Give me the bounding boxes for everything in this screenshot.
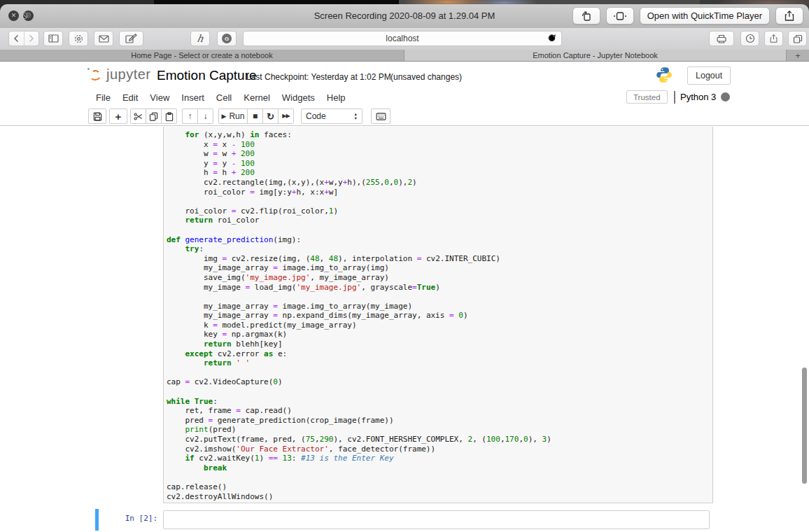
- cell-type-value: Code: [306, 111, 326, 121]
- print-button[interactable]: [709, 31, 734, 46]
- code-line: img = cv2.resize(img, (48, 48), interpol…: [167, 254, 712, 264]
- titlebar-share-button[interactable]: [775, 7, 803, 24]
- scrollbar-thumb[interactable]: [802, 368, 807, 484]
- code-editor[interactable]: for (x,y,w,h) in faces: x = x - 100 w = …: [164, 127, 712, 503]
- tab-bar: Home Page - Select or create a notebook …: [0, 50, 809, 62]
- code-line: while True:: [167, 397, 712, 407]
- mail-button[interactable]: [94, 31, 113, 46]
- titlebar-actions: Open with QuickTime Player: [572, 7, 803, 24]
- code-line: roi_color = cv2.flip(roi_color,1): [167, 206, 712, 216]
- code-line: [167, 197, 712, 206]
- code-line: my_image_array = np.expand_dims(my_image…: [167, 311, 712, 321]
- command-palette-button[interactable]: [371, 108, 391, 124]
- menu-file[interactable]: File: [96, 92, 111, 103]
- paste-button[interactable]: [161, 108, 177, 124]
- new-tab-button[interactable]: +: [787, 50, 809, 61]
- code-line: roi_color = img[y:y+h, x:x+w]: [167, 188, 712, 197]
- open-with-quicktime-button[interactable]: Open with QuickTime Player: [640, 7, 770, 24]
- extensions-button[interactable]: [69, 31, 88, 46]
- back-button[interactable]: [9, 31, 24, 46]
- stop-button[interactable]: ■: [247, 108, 263, 124]
- copy-icon: [149, 112, 158, 121]
- menu-widgets[interactable]: Widgets: [282, 92, 315, 103]
- forward-icon: [29, 34, 34, 43]
- sidebar-button[interactable]: [43, 31, 63, 46]
- jupyter-logo[interactable]: jupyter: [88, 67, 151, 81]
- notebook-title[interactable]: Emotion Capture: [157, 68, 257, 83]
- code-line: save_img('my_image.jpg', my_image_array): [167, 273, 712, 283]
- code-line: return blehh[key]: [167, 340, 712, 349]
- arrow-down-icon: ↓: [204, 112, 208, 120]
- code-line: [167, 292, 712, 302]
- move-down-button[interactable]: ↓: [197, 108, 213, 124]
- cut-button[interactable]: [130, 108, 146, 124]
- code-line: [167, 225, 712, 235]
- code-line: cv2.imshow('Our Face Extractor', face_de…: [167, 444, 712, 454]
- share-icon: [769, 34, 778, 43]
- screen: ✕ ⃠⊘ Screen Recording 2020-08-09 at 1.29…: [0, 0, 809, 532]
- code-line: cap = cv2.VideoCapture(0): [167, 377, 712, 387]
- empty-cell-input[interactable]: [163, 510, 710, 529]
- keyboard-icon: [376, 113, 386, 120]
- move-up-button[interactable]: ↑: [182, 108, 198, 124]
- menu-cell[interactable]: Cell: [216, 92, 232, 103]
- browser-share-button[interactable]: [764, 31, 783, 46]
- notebook-body: for (x,y,w,h) in faces: x = x - 100 w = …: [0, 127, 809, 532]
- run-button[interactable]: ▶ Run: [218, 108, 248, 124]
- restart-button[interactable]: ↻: [262, 108, 279, 124]
- restart-run-all-button[interactable]: ▶▶: [278, 108, 294, 124]
- code-line: try:: [167, 244, 712, 254]
- url-text: localhost: [386, 34, 418, 43]
- code-cell[interactable]: for (x,y,w,h) in faces: x = x - 100 w = …: [163, 127, 713, 503]
- tab-home-page[interactable]: Home Page - Select or create a notebook: [0, 50, 404, 61]
- cell-prompt: In [2]:: [90, 514, 157, 523]
- restart-icon: ↻: [267, 112, 274, 121]
- menu-view[interactable]: View: [150, 92, 169, 103]
- save-button[interactable]: [88, 108, 106, 124]
- run-label: Run: [229, 111, 244, 121]
- fast-forward-icon: ▶▶: [282, 113, 289, 119]
- history-button[interactable]: [740, 31, 759, 46]
- gear-icon: [73, 34, 84, 44]
- python-logo-icon: [655, 66, 673, 87]
- cut-icon: [134, 112, 143, 121]
- add-cell-button[interactable]: +: [109, 108, 127, 124]
- code-line: print(pred): [167, 425, 712, 435]
- menu-insert[interactable]: Insert: [181, 92, 204, 103]
- code-line: return roi_color: [167, 216, 712, 225]
- menu-edit[interactable]: Edit: [122, 92, 138, 103]
- checkpoint-status: Last Checkpoint: Yesterday at 1:02 PM: [246, 72, 391, 82]
- code-line: my_image = load_img('my_image.jpg', gray…: [167, 283, 712, 293]
- code-line: for (x,y,w,h) in faces:: [167, 130, 712, 140]
- code-line: key = np.argmax(k): [167, 330, 712, 340]
- kernel-divider: [674, 91, 675, 104]
- markup-button[interactable]: [606, 7, 634, 24]
- save-icon: [93, 112, 102, 121]
- url-field[interactable]: localhost: [243, 31, 562, 46]
- rotate-button[interactable]: [572, 7, 600, 24]
- extension-circle-button[interactable]: G: [217, 31, 237, 46]
- code-line: def generate_prediction(img):: [167, 235, 712, 245]
- extension-person-button[interactable]: ℎ: [190, 31, 210, 46]
- compose-button[interactable]: [119, 31, 143, 46]
- cell-type-dropdown[interactable]: Code ▲▼: [301, 108, 363, 124]
- edit-group: [130, 108, 177, 124]
- menu-help[interactable]: Help: [327, 92, 346, 103]
- forward-button[interactable]: [24, 31, 39, 46]
- notebook-toolbar: + ↑ ↓: [0, 106, 809, 126]
- menu-kernel[interactable]: Kernel: [244, 92, 270, 103]
- notebook-header: jupyter Emotion Capture Last Checkpoint:…: [0, 62, 809, 89]
- tabs-icon: [793, 34, 803, 43]
- logout-button[interactable]: Logout: [687, 66, 731, 85]
- tab-emotion-capture[interactable]: Emotion Capture - Jupyter Notebook: [404, 50, 787, 61]
- add-icon: +: [115, 111, 122, 122]
- code-line: h = h + 200: [167, 168, 712, 178]
- share-icon: [784, 10, 795, 22]
- plus-icon: +: [795, 50, 801, 61]
- copy-button[interactable]: [146, 108, 162, 124]
- reload-button[interactable]: [547, 33, 556, 45]
- tab-overview-button[interactable]: [788, 31, 807, 46]
- unsaved-status: (unsaved changes): [391, 72, 462, 82]
- code-line: w = w + 200: [167, 149, 712, 159]
- logout-label: Logout: [696, 71, 722, 80]
